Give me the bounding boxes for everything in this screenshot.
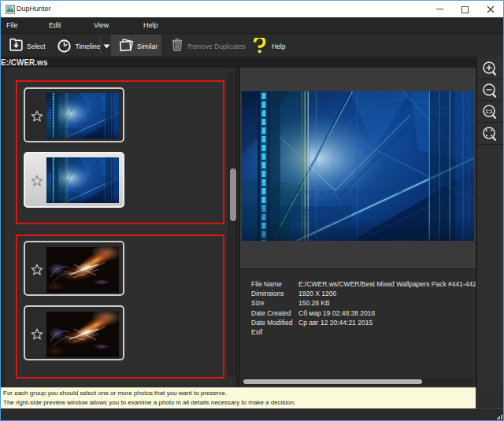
svg-text:1:1: 1:1 (485, 109, 493, 114)
